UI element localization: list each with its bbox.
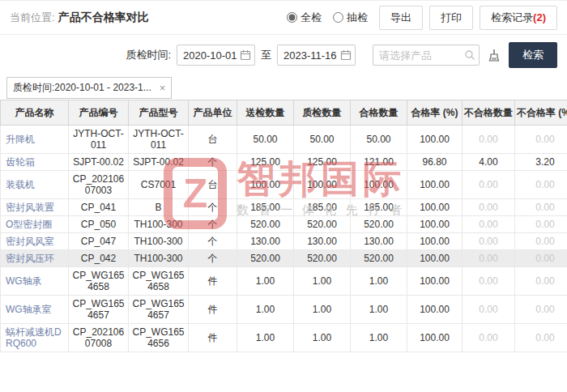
tag-close-icon[interactable]: × [160,83,166,93]
product-name-link[interactable]: 密封风风室 [1,233,69,250]
cell-pass_rate: 100.00 [407,126,463,154]
print-button[interactable]: 打印 [429,6,473,30]
cell-sent: 1.00 [237,267,294,296]
cell-checked: 520.00 [294,250,351,267]
cell-model: CP_WG1654658 [129,267,189,296]
table-row[interactable]: WG轴承CP_WG1654658CP_WG1654658件1.001.001.0… [1,267,567,296]
product-name-link[interactable]: 装载机 [1,171,69,199]
radio-full-inspection-input[interactable] [287,12,297,23]
app-window: 当前位置: 产品不合格率对比 全检 抽检 导出 打印 检索记录(2) 质检时间:… [0,0,567,392]
product-name-link[interactable]: 升降机 [1,126,69,154]
table-header-cell: 送检数量 [237,100,294,126]
cell-pass_rate: 100.00 [407,267,463,296]
cell-unit: 个 [189,154,237,171]
cell-fail_qty: 0.00 [463,296,515,324]
cell-passed: 1.00 [351,324,407,352]
cell-checked: 100.00 [294,171,351,199]
cell-model: B [129,199,189,216]
cell-unit: 件 [189,324,237,352]
cell-fail_rate: 0.00 [515,233,567,250]
radio-sample-inspection[interactable]: 抽检 [333,11,368,25]
cell-code: CP_20210607003 [69,171,129,199]
results-table: 产品名称产品编号产品型号产品单位送检数量质检数量合格数量合格率 (%)不合格数量… [0,100,567,352]
table-row[interactable]: 蜗杆减速机DRQ600CP_20210607008CP_WG1654656件1.… [1,324,567,352]
cell-passed: 520.00 [351,216,407,233]
cell-fail_qty: 0.00 [463,324,515,352]
filter-tag: 质检时间:2020-10-01 - 2023-1... × [6,77,172,99]
cell-sent: 50.00 [237,126,294,154]
product-name-link[interactable]: 密封风压环 [1,250,69,267]
cell-code: CP_WG1654657 [69,296,129,324]
filter-bar: 质检时间: 至 检索 [0,35,567,75]
table-row[interactable]: 升降机JYTH-OCT-011JYTH-OCT-011台50.0050.0050… [1,126,567,154]
search-records-button[interactable]: 检索记录(2) [480,6,557,30]
table-row[interactable]: 装载机CP_20210607003CS7001台100.00100.00100.… [1,171,567,199]
product-name-link[interactable]: 齿轮箱 [1,154,69,171]
cell-unit: 台 [189,171,237,199]
cell-fail_rate: 3.20 [515,154,567,171]
table-row[interactable]: 密封风压环CP_042TH100-300个520.00520.00520.001… [1,250,567,267]
cell-fail_qty: 0.00 [463,250,515,267]
cell-code: CP_047 [69,233,129,250]
table-header-cell: 不合格率 (%) [515,100,567,126]
search-records-count: (2) [533,11,546,23]
table-row[interactable]: O型密封圈CP_050TH100-300个520.00520.00520.001… [1,216,567,233]
inspection-date-label: 质检时间: [126,48,171,62]
table-header-cell: 不合格数量 [463,100,515,126]
cell-fail_qty: 4.00 [463,154,515,171]
cell-code: CP_042 [69,250,129,267]
cell-pass_rate: 100.00 [407,296,463,324]
radio-sample-inspection-label: 抽检 [347,11,368,25]
topbar-actions: 全检 抽检 导出 打印 检索记录(2) [287,6,557,30]
cell-code: JYTH-OCT-011 [69,126,129,154]
table-header-cell: 质检数量 [294,100,351,126]
cell-code: CP_20210607008 [69,324,129,352]
table-header-cell: 产品型号 [129,100,189,126]
cell-fail_qty: 0.00 [463,267,515,296]
cell-checked: 185.00 [294,199,351,216]
search-records-label: 检索记录 [491,11,533,23]
table-row[interactable]: 密封风装置CP_041B个185.00185.00185.00100.000.0… [1,199,567,216]
cell-unit: 个 [189,199,237,216]
cell-passed: 1.00 [351,296,407,324]
results-table-head: 产品名称产品编号产品型号产品单位送检数量质检数量合格数量合格率 (%)不合格数量… [1,100,567,126]
product-name-link[interactable]: O型密封圈 [1,216,69,233]
table-row[interactable]: 齿轮箱SJPT-00.02SJPT-00.02个125.00125.00121.… [1,154,567,171]
cell-checked: 1.00 [294,324,351,352]
product-name-link[interactable]: WG轴承 [1,267,69,296]
product-name-link[interactable]: 密封风装置 [1,199,69,216]
cell-model: TH100-300 [129,233,189,250]
cell-pass_rate: 100.00 [407,324,463,352]
table-row[interactable]: 密封风风室CP_047TH100-300个130.00130.00130.001… [1,233,567,250]
cell-pass_rate: 100.00 [407,250,463,267]
cell-passed: 100.00 [351,171,407,199]
export-button[interactable]: 导出 [379,6,423,30]
cell-fail_qty: 0.00 [463,171,515,199]
cell-fail_rate: 0.00 [515,171,567,199]
cell-code: CP_050 [69,216,129,233]
radio-full-inspection[interactable]: 全检 [287,11,322,25]
search-button[interactable]: 检索 [509,42,557,68]
product-select-wrap [373,45,480,66]
date-to-input[interactable] [277,45,356,66]
cell-fail_rate: 0.00 [515,267,567,296]
table-row[interactable]: WG轴承室CP_WG1654657CP_WG1654657件1.001.001.… [1,296,567,324]
radio-sample-inspection-input[interactable] [333,12,343,23]
product-name-link[interactable]: 蜗杆减速机DRQ600 [1,324,69,352]
cell-model: SJPT-00.02 [129,154,189,171]
cell-code: CP_041 [69,199,129,216]
cell-fail_qty: 0.00 [463,126,515,154]
cell-sent: 1.00 [237,296,294,324]
table-header-cell: 产品编号 [69,100,129,126]
cell-sent: 125.00 [237,154,294,171]
product-select-input[interactable] [373,45,480,66]
clear-filter-broom-icon[interactable] [485,46,503,64]
cell-fail_rate: 0.00 [515,324,567,352]
cell-checked: 130.00 [294,233,351,250]
product-name-link[interactable]: WG轴承室 [1,296,69,324]
table-header-row: 产品名称产品编号产品型号产品单位送检数量质检数量合格数量合格率 (%)不合格数量… [1,100,567,126]
date-from-input[interactable] [177,45,255,66]
filter-tag-text: 质检时间:2020-10-01 - 2023-1... [13,81,151,95]
radio-full-inspection-label: 全检 [301,11,322,25]
cell-sent: 1.00 [237,324,294,352]
